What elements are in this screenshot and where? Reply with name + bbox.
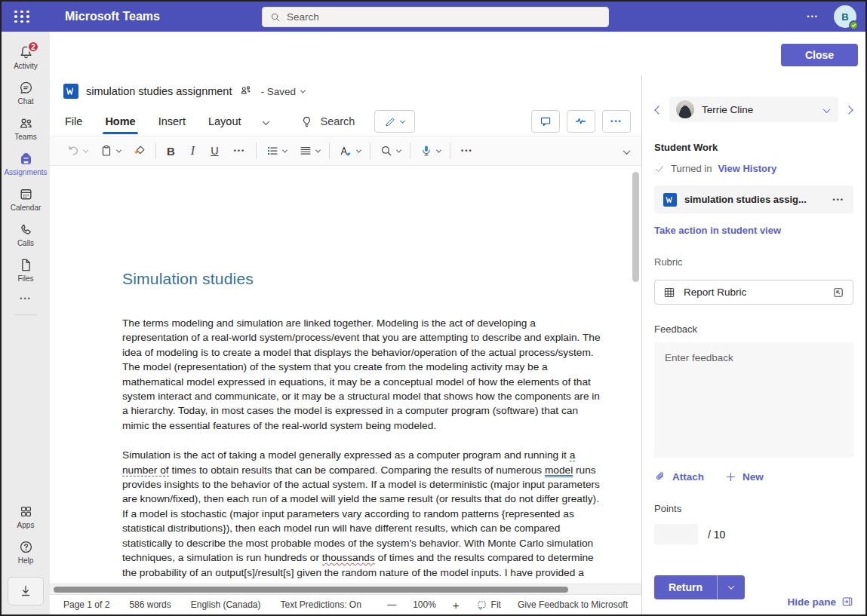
return-button[interactable]: Return — [654, 575, 717, 599]
sidebar-item-activity[interactable]: 2 Activity — [2, 39, 50, 75]
return-options-chevron[interactable] — [717, 575, 745, 599]
new-file-button[interactable]: New — [725, 470, 764, 483]
sidebar-item-files[interactable]: Files — [2, 252, 50, 287]
zoom-level[interactable]: 100% — [413, 599, 436, 610]
comments-button[interactable] — [531, 110, 560, 133]
sidebar-item-label: Chat — [17, 98, 33, 106]
next-student-button[interactable] — [844, 103, 853, 117]
dictate-button[interactable] — [414, 144, 447, 158]
sidebar-item-label: Files — [17, 275, 33, 283]
points-input[interactable] — [654, 524, 698, 544]
document-more-button[interactable]: ••• — [602, 110, 631, 133]
zoom-out-button[interactable]: — — [387, 599, 396, 610]
bold-button[interactable]: B — [159, 145, 183, 158]
menu-file[interactable]: File — [65, 115, 82, 127]
backpack-icon — [18, 151, 34, 167]
bullet-list-icon — [266, 144, 279, 158]
close-button[interactable]: Close — [781, 44, 858, 66]
bullet-list-button[interactable] — [260, 144, 293, 158]
align-button[interactable] — [293, 144, 326, 158]
horizontal-scrollbar-thumb[interactable] — [54, 587, 568, 593]
text-predictions-toggle[interactable]: Text Predictions: On — [280, 599, 361, 610]
previous-student-button[interactable] — [654, 103, 663, 117]
clipboard-icon — [100, 144, 113, 158]
sidebar-item-help[interactable]: Help — [2, 534, 50, 569]
find-button[interactable] — [374, 144, 407, 158]
open-in-window-icon[interactable] — [832, 287, 844, 299]
sidebar-item-label: Apps — [17, 522, 35, 529]
save-status[interactable]: - Saved — [260, 86, 305, 97]
horizontal-scrollbar-track[interactable] — [50, 584, 641, 594]
document-heading: Simulation studies — [122, 270, 608, 288]
sidebar-item-calls[interactable]: Calls — [2, 216, 50, 252]
student-navigator: Terrie Cline — [654, 97, 853, 122]
student-selector[interactable]: Terrie Cline — [669, 97, 838, 122]
word-count[interactable]: 586 words — [129, 599, 171, 610]
activity-badge: 2 — [27, 41, 39, 53]
underline-button[interactable]: U — [203, 145, 226, 157]
sidebar-item-label: Teams — [14, 133, 36, 141]
pulse-icon — [574, 115, 588, 128]
coauthors-icon[interactable] — [239, 84, 253, 98]
zoom-in-button[interactable]: + — [453, 599, 460, 611]
paste-button[interactable] — [94, 144, 127, 158]
menu-overflow-chevron[interactable] — [263, 115, 269, 127]
sidebar-divider — [14, 314, 37, 315]
ribbon-more-button[interactable]: ••• — [453, 147, 480, 155]
menu-search-button[interactable]: Search — [300, 115, 355, 128]
sidebar-item-assignments[interactable]: Assignments — [2, 146, 50, 181]
collapse-ribbon-chevron[interactable] — [624, 144, 629, 158]
font-more-button[interactable]: ••• — [226, 147, 253, 155]
grading-pane: Terrie Cline Student Work Turned in View… — [641, 75, 865, 614]
apps-grid-icon — [18, 504, 34, 519]
catch-up-button[interactable] — [567, 110, 595, 133]
menu-layout[interactable]: Layout — [208, 115, 241, 127]
menu-insert[interactable]: Insert — [158, 115, 186, 127]
search-icon — [270, 12, 281, 23]
document-page[interactable]: Simulation studies The terms modeling an… — [50, 166, 641, 584]
italic-button[interactable]: I — [183, 144, 203, 158]
file-more-button[interactable]: ••• — [833, 196, 844, 204]
give-feedback-link[interactable]: Give Feedback to Microsoft — [518, 599, 628, 610]
feedback-input[interactable] — [654, 342, 853, 458]
chevron-down-icon — [300, 87, 306, 93]
sidebar-item-label: Activity — [14, 63, 38, 70]
undo-button[interactable] — [60, 144, 94, 158]
turn-in-status: Turned in View History — [654, 163, 853, 174]
search-input[interactable]: Search — [262, 7, 609, 27]
view-history-link[interactable]: View History — [718, 163, 776, 174]
app-launcher-icon[interactable] — [14, 11, 30, 23]
vertical-scrollbar[interactable] — [632, 172, 639, 282]
hide-pane-button[interactable]: Hide pane — [787, 596, 853, 608]
word-file-icon — [663, 193, 677, 207]
fit-icon — [476, 599, 487, 611]
download-desktop-app-button[interactable] — [8, 577, 44, 605]
user-avatar[interactable]: B — [834, 5, 856, 28]
editing-mode-button[interactable] — [374, 110, 415, 133]
page-count[interactable]: Page 1 of 2 — [63, 599, 109, 610]
font-color-button[interactable] — [333, 144, 367, 158]
topbar-more-button[interactable]: ••• — [807, 13, 819, 20]
app-sidebar: 2 Activity Chat Teams Assignments Calend… — [2, 32, 50, 614]
menu-home[interactable]: Home — [105, 115, 135, 127]
attach-button[interactable]: Attach — [654, 470, 704, 483]
sidebar-item-teams[interactable]: Teams — [2, 110, 50, 146]
rubric-section-label: Rubric — [654, 256, 853, 268]
fit-to-page-button[interactable]: Fit — [476, 599, 501, 611]
document-status-bar: Page 1 of 2 586 words English (Canada) T… — [50, 594, 641, 614]
format-painter-button[interactable] — [127, 144, 152, 158]
chevron-down-icon — [400, 118, 405, 123]
grammar-flag-text: model — [545, 464, 573, 476]
search-placeholder: Search — [287, 11, 319, 23]
new-label: New — [742, 471, 764, 483]
take-action-link[interactable]: Take action in student view — [654, 225, 853, 236]
sidebar-item-calendar[interactable]: Calendar — [2, 181, 50, 216]
microphone-icon — [420, 144, 433, 158]
sidebar-item-apps[interactable]: Apps — [2, 498, 50, 534]
submitted-file-card[interactable]: simulation studies assig... ••• — [654, 185, 853, 213]
rubric-card[interactable]: Report Rubric — [654, 280, 853, 305]
undo-icon — [66, 144, 80, 158]
language-selector[interactable]: English (Canada) — [191, 599, 261, 610]
sidebar-more-apps-button[interactable]: ••• — [20, 287, 31, 310]
sidebar-item-chat[interactable]: Chat — [2, 75, 50, 110]
